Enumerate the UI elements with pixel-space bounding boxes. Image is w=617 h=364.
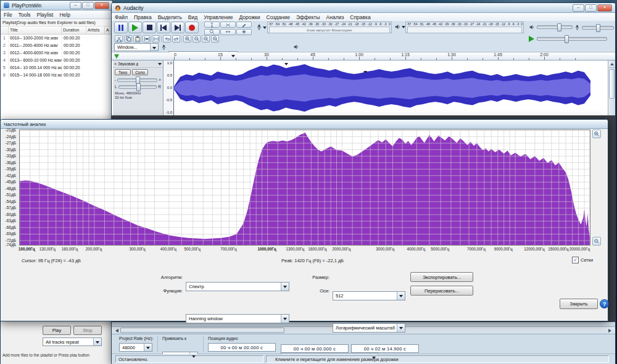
pause-button[interactable] [114,22,128,33]
vertical-scrollbar-thumb[interactable] [609,69,615,99]
minimize-button[interactable]: – [70,2,81,9]
slider-thumb[interactable] [136,83,141,91]
scroll-left-icon[interactable] [114,329,118,333]
playlist-row-3[interactable]: 30012-- 4000-6000 Hz.wav00:00:20 [1,49,112,57]
play-meter-dropdown[interactable] [394,23,405,30]
pan-slider[interactable] [118,85,157,89]
envelope-tool[interactable] [220,22,236,28]
axis-combo[interactable]: Логарифмический масштаб [333,323,405,333]
scroll-up-icon[interactable] [610,61,614,65]
playpcmwin-menu-item-2[interactable]: Playlist [34,12,57,18]
slider-thumb[interactable] [596,24,600,32]
grids-checkbox[interactable]: ✓ Сетки [572,257,593,263]
redo-button[interactable] [172,35,180,43]
playpcmwin-menu-item-0[interactable]: File [1,12,15,18]
play-button[interactable] [128,22,142,33]
paste-button[interactable] [133,35,141,43]
stop-button[interactable]: Stop [73,326,102,335]
zoom-project-button[interactable] [211,35,219,43]
close-button[interactable]: × [94,2,109,9]
project-rate-combo[interactable]: 48000 [119,343,152,352]
silence-button[interactable] [152,35,160,43]
playback-speed-slider[interactable] [537,37,607,41]
selection-start-field[interactable]: 00 ч 00 м 00.000 с [281,344,349,353]
input-volume-slider[interactable] [582,26,614,30]
minimize-button[interactable]: – [573,4,584,12]
frequency-analysis-titlebar[interactable]: Частотный анализ [1,120,608,129]
playlist-header-artists[interactable]: Artists [86,27,105,34]
audacity-menu-item-4[interactable]: Управление [201,14,236,20]
audacity-menu-item-6[interactable]: Создание [263,14,293,20]
audacity-menu-item-1[interactable]: Правка [131,14,155,20]
replot-button[interactable]: Перерисовать... [410,286,473,296]
size-combo[interactable]: 512 [333,291,405,300]
cut-button[interactable] [115,35,123,43]
timeline-ruler[interactable]: 01530451:001:151:301:452:00 [112,52,615,60]
output-volume-slider[interactable] [537,25,573,29]
recording-meter-bar[interactable]: Клик запустит Мониторинг [269,27,390,33]
skip-start-button[interactable] [157,22,170,33]
mute-button[interactable]: Тихо [115,69,131,75]
selection-end-field[interactable]: 00 ч 02 м 14.900 с [351,344,419,353]
record-button[interactable] [185,22,199,33]
plot-zoom-in-button[interactable] [592,130,601,138]
undo-button[interactable] [163,35,171,43]
playlist-row-2[interactable]: 20011-- 2000-4000 Hz.wav00:00:20 [1,42,112,49]
slider-thumb[interactable] [557,23,561,31]
zoom-out-button[interactable] [193,35,201,43]
stop-button[interactable] [143,22,156,33]
solo-button[interactable]: Соло [132,69,148,75]
slider-thumb[interactable] [565,35,569,43]
record-meter-dropdown[interactable] [256,23,267,31]
audio-position-field[interactable]: 00 ч 00 м 00.000 с [208,343,276,352]
audacity-titlebar[interactable]: Audacity – □ × [112,3,615,13]
playlist-row-5[interactable]: 50014-- 10 000-14 000 Hz.wav00:00:20 [1,64,112,72]
skip-end-button[interactable] [171,22,184,33]
audacity-menu-item-8[interactable]: Анализ [323,14,347,20]
export-button[interactable]: Экспортировать... [410,272,473,282]
playlist-row-1[interactable]: 10010-- 1000-2000 Hz.wav00:00:20 [1,35,112,42]
playlist-row-6[interactable]: 60015-- 14 000-18 000 Hz.wav00:00:20 [1,72,112,79]
audio-host-combo[interactable]: Window... [114,43,159,51]
playlist-header-duration[interactable]: Duration [62,27,86,34]
audacity-menu-item-0[interactable]: Файл [112,14,131,20]
playpcmwin-menu-item-3[interactable]: Help [56,12,73,18]
vertical-scrollbar[interactable] [608,60,615,115]
track-menu-chevron-icon[interactable] [158,63,162,67]
audacity-menu-item-2[interactable]: Выделить [155,14,185,20]
trim-button[interactable] [143,35,151,43]
selection-tool[interactable] [204,22,220,28]
close-button[interactable]: × [597,4,612,12]
draw-tool[interactable] [236,22,252,28]
playpcmwin-titlebar[interactable]: PlayPcmWin – □ × [1,1,112,10]
play-at-speed-button[interactable] [529,36,534,42]
audacity-menu-item-5[interactable]: Дорожки [236,14,263,20]
help-button[interactable]: ? [600,299,609,308]
track-vertical-ruler[interactable]: 1,00,50,0-0,5-1,0 [164,60,174,115]
playlist-row-4[interactable]: 40013-- 6000-10 000 Hz.wav00:00:20 [1,57,112,64]
track-close-button[interactable]: × [114,62,117,66]
maximize-button[interactable]: □ [585,4,597,12]
audacity-menu-item-3[interactable]: Вид [185,14,201,20]
track-name[interactable]: Звуковая д [118,62,138,66]
horizontal-scrollbar-thumb[interactable] [120,328,284,333]
playpcmwin-menu-item-1[interactable]: Tools [15,12,34,18]
timeshift-tool[interactable] [220,29,236,35]
play-button[interactable]: Play [43,326,71,335]
repeat-mode-combo[interactable]: All tracks repeat [43,337,102,346]
scroll-right-icon[interactable] [608,329,613,333]
playlist-header-title[interactable]: Title [9,27,62,34]
checkbox-check-icon[interactable]: ✓ [572,257,579,263]
maximize-button[interactable]: □ [82,2,94,9]
audacity-menu-item-9[interactable]: Справка [347,14,373,20]
waveform-area[interactable] [174,60,608,115]
spectrum-plot[interactable] [19,130,590,246]
playback-meter[interactable]: -57-54-51-48-45-42-39-36-33-30-27-24-21-… [405,22,524,33]
close-dialog-button[interactable]: Закрыть [560,299,598,309]
zoom-selection-button[interactable] [202,35,210,43]
zoom-in-button[interactable] [183,35,191,43]
plot-zoom-out-button[interactable] [592,237,601,246]
copy-button[interactable] [124,35,132,43]
function-combo[interactable]: Hanning window [186,314,289,323]
algorithm-combo[interactable]: Спектр [186,282,289,291]
